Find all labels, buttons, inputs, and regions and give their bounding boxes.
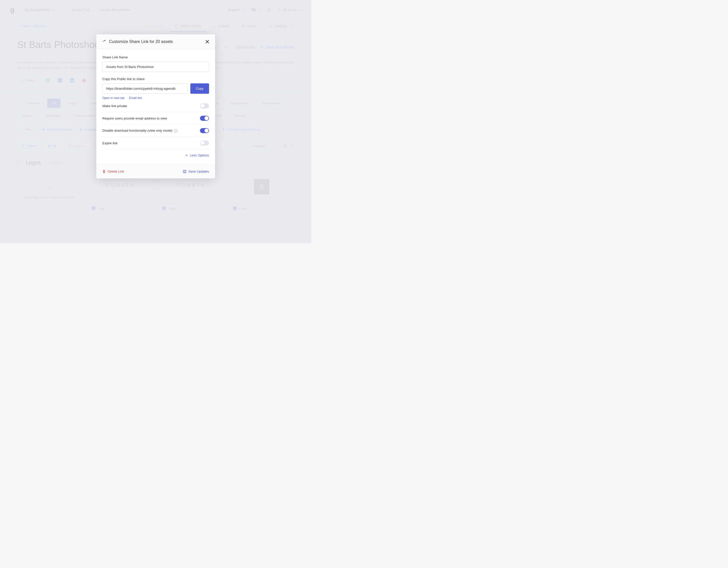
modal-header: Customize Share Link for 20 assets (96, 34, 215, 49)
close-icon (206, 40, 209, 43)
option-label: Disable download functionality (view onl… (102, 129, 177, 133)
svg-rect-17 (183, 170, 186, 173)
less-options-button[interactable]: Less Options (102, 149, 209, 158)
toggle-require-email[interactable] (200, 116, 209, 121)
delete-link-button[interactable]: Delete Link (102, 170, 124, 173)
email-link-link[interactable]: Email link (129, 96, 142, 100)
less-options-label: Less Options (190, 153, 209, 157)
option-disable-download: Disable download functionality (view onl… (102, 125, 209, 137)
delete-label: Delete Link (108, 170, 124, 173)
option-private: Make link private (102, 100, 209, 112)
save-label: Save Updates (188, 170, 209, 173)
option-label: Require users provide email address to v… (102, 117, 167, 120)
modal-title: Customize Share Link for 20 assets (109, 39, 173, 44)
modal-body: Share Link Name Copy this Public link to… (96, 49, 215, 164)
modal-footer: Delete Link Save Updates (96, 164, 215, 178)
copy-label: Copy this Public link to share (102, 77, 209, 81)
share-name-input[interactable] (102, 62, 209, 72)
option-expire: Expire link (102, 137, 209, 149)
option-require-email: Require users provide email address to v… (102, 112, 209, 125)
name-label: Share Link Name (102, 55, 209, 59)
toggle-disable-download[interactable] (200, 128, 209, 133)
save-icon (183, 170, 186, 173)
trash-icon (102, 170, 106, 173)
link-actions: Open in new tab Email link (102, 96, 209, 100)
close-button[interactable] (206, 40, 209, 43)
toggle-private[interactable] (200, 103, 209, 108)
chevron-up-icon (185, 155, 188, 156)
share-icon (102, 40, 106, 43)
open-new-tab-link[interactable]: Open in new tab (102, 96, 124, 100)
option-label: Expire link (102, 141, 118, 145)
share-url-input[interactable] (102, 83, 188, 94)
help-icon[interactable]: ? (174, 129, 177, 133)
toggle-expire[interactable] (200, 141, 209, 146)
share-link-modal: Customize Share Link for 20 assets Share… (96, 34, 215, 178)
copy-button[interactable]: Copy (190, 83, 209, 94)
save-updates-button[interactable]: Save Updates (183, 170, 209, 173)
option-label: Make link private (102, 104, 127, 108)
modal-overlay[interactable]: Customize Share Link for 20 assets Share… (0, 0, 311, 243)
